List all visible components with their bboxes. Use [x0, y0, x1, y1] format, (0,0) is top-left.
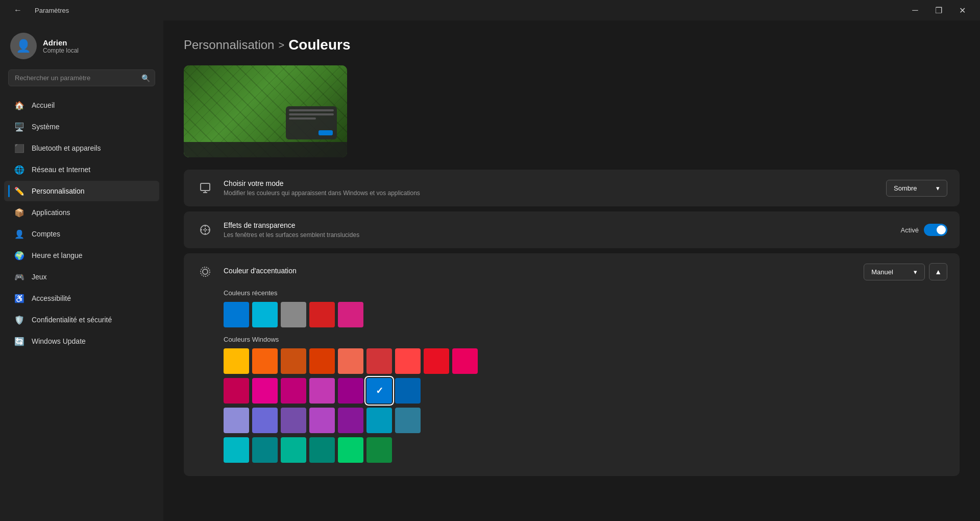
transparency-desc: Les fenêtres et les surfaces semblent tr… [224, 231, 892, 239]
windows-color-row [224, 437, 947, 463]
accent-controls: Manuel ▾ ▲ [864, 263, 947, 280]
windows-color-swatch[interactable] [338, 408, 363, 433]
recent-colors-row [224, 302, 947, 327]
search-icon: 🔍 [141, 74, 150, 82]
windows-color-swatch[interactable] [281, 437, 306, 463]
nav-item-windowsupdate[interactable]: 🔄 Windows Update [4, 331, 159, 351]
preview-window [286, 106, 337, 139]
windows-color-swatch[interactable] [338, 378, 363, 404]
svg-point-2 [203, 269, 208, 274]
nav-label-jeux: Jeux [32, 273, 47, 281]
accent-title-wrap: Couleur d'accentuation [224, 267, 854, 277]
accent-body: Couleurs récentes Couleurs Windows [196, 281, 947, 463]
nav-item-reseau[interactable]: 🌐 Réseau et Internet [4, 159, 159, 180]
breadcrumb-current: Couleurs [288, 37, 350, 53]
windows-color-swatch[interactable] [395, 348, 421, 374]
nav-label-bluetooth: Bluetooth et appareils [32, 144, 101, 152]
nav-label-reseau: Réseau et Internet [32, 165, 90, 174]
applications-icon: 📦 [14, 207, 24, 218]
windows-color-swatch[interactable] [366, 348, 392, 374]
mode-title: Choisir votre mode [224, 179, 877, 187]
mode-icon [196, 179, 214, 197]
recent-color-swatch[interactable] [338, 302, 363, 327]
accent-dropdown[interactable]: Manuel ▾ [864, 264, 925, 280]
nav-label-accessibilite: Accessibilité [32, 294, 71, 302]
preview-taskbar [184, 142, 347, 157]
recent-color-swatch[interactable] [224, 302, 249, 327]
windows-color-row [224, 348, 947, 374]
windows-color-swatch[interactable] [224, 437, 249, 463]
windows-color-swatch[interactable] [252, 408, 278, 433]
back-button[interactable]: ← [6, 0, 30, 20]
windows-color-swatch[interactable] [452, 348, 478, 374]
user-profile: 👤 Adrien Compte local [0, 29, 163, 69]
windows-color-swatch[interactable] [281, 378, 306, 404]
recent-color-swatch[interactable] [252, 302, 278, 327]
minimize-button[interactable]: ─ [903, 0, 927, 20]
mode-text: Choisir votre mode Modifier les couleurs… [224, 179, 877, 197]
nav-item-applications[interactable]: 📦 Applications [4, 202, 159, 223]
nav-item-accessibilite[interactable]: ♿ Accessibilité [4, 288, 159, 309]
windows-color-swatch[interactable] [252, 378, 278, 404]
title-bar: ← Paramètres ─ ❐ ✕ [0, 0, 980, 20]
windows-color-swatch[interactable] [252, 348, 278, 374]
windows-color-swatch[interactable] [366, 378, 392, 404]
chevron-down-icon-accent: ▾ [914, 268, 917, 276]
windows-color-swatch[interactable] [224, 348, 249, 374]
nav-item-accueil[interactable]: 🏠 Accueil [4, 95, 159, 115]
windows-color-swatch[interactable] [252, 437, 278, 463]
windows-color-swatch[interactable] [366, 437, 392, 463]
windows-color-swatch[interactable] [224, 408, 249, 433]
nav-item-jeux[interactable]: 🎮 Jeux [4, 267, 159, 287]
nav-label-personnalisation: Personnalisation [32, 187, 85, 195]
windows-color-swatch[interactable] [395, 378, 421, 404]
windows-color-swatch[interactable] [338, 437, 363, 463]
user-type: Compte local [43, 47, 79, 54]
accessibilite-icon: ♿ [14, 293, 24, 303]
breadcrumb-parent[interactable]: Personnalisation [184, 38, 274, 52]
search-box: 🔍 [8, 69, 155, 86]
preview-window-button [318, 130, 333, 135]
home-icon: 🏠 [14, 100, 24, 110]
recent-color-swatch[interactable] [309, 302, 335, 327]
windows-color-swatch[interactable] [366, 408, 392, 433]
windows-color-swatch[interactable] [395, 408, 421, 433]
nav-item-confidentialite[interactable]: 🛡️ Confidentialité et sécurité [4, 310, 159, 330]
accent-title: Couleur d'accentuation [224, 267, 854, 275]
close-button[interactable]: ✕ [950, 0, 974, 20]
toggle-label: Activé [901, 226, 919, 234]
systeme-icon: 🖥️ [14, 122, 24, 132]
windows-color-swatch[interactable] [424, 348, 449, 374]
windows-color-row [224, 408, 947, 433]
accent-icon [196, 263, 214, 281]
windows-color-swatch[interactable] [338, 348, 363, 374]
breadcrumb-separator: > [278, 39, 284, 51]
nav-item-personnalisation[interactable]: ✏️ Personnalisation [4, 181, 159, 201]
windows-color-swatch[interactable] [309, 408, 335, 433]
nav-item-bluetooth[interactable]: ⬛ Bluetooth et appareils [4, 138, 159, 158]
bluetooth-icon: ⬛ [14, 143, 24, 153]
search-input[interactable] [8, 69, 155, 86]
nav-item-comptes[interactable]: 👤 Comptes [4, 224, 159, 244]
mode-dropdown[interactable]: Sombre ▾ [886, 180, 947, 197]
windows-color-swatch[interactable] [224, 378, 249, 404]
confidentialite-icon: 🛡️ [14, 315, 24, 325]
maximize-button[interactable]: ❐ [927, 0, 950, 20]
sidebar: 👤 Adrien Compte local 🔍 🏠 Accueil 🖥️ Sys… [0, 20, 163, 521]
windows-color-swatch[interactable] [281, 348, 306, 374]
breadcrumb: Personnalisation > Couleurs [184, 37, 960, 53]
windows-color-swatch[interactable] [309, 348, 335, 374]
windows-color-swatch[interactable] [309, 437, 335, 463]
nav-item-systeme[interactable]: 🖥️ Système [4, 116, 159, 137]
windows-color-swatch[interactable] [309, 378, 335, 404]
nav-item-heure[interactable]: 🌍 Heure et langue [4, 245, 159, 266]
transparency-control: Activé [901, 224, 947, 236]
transparency-text: Effets de transparence Les fenêtres et l… [224, 221, 892, 239]
windows-color-swatch[interactable] [281, 408, 306, 433]
preview-window-line3 [289, 117, 316, 120]
accent-expand-button[interactable]: ▲ [929, 263, 947, 280]
accent-section: Couleur d'accentuation Manuel ▾ ▲ Couleu… [184, 253, 960, 476]
preview-window-line2 [289, 113, 334, 115]
recent-color-swatch[interactable] [281, 302, 306, 327]
transparency-toggle[interactable] [924, 224, 947, 236]
